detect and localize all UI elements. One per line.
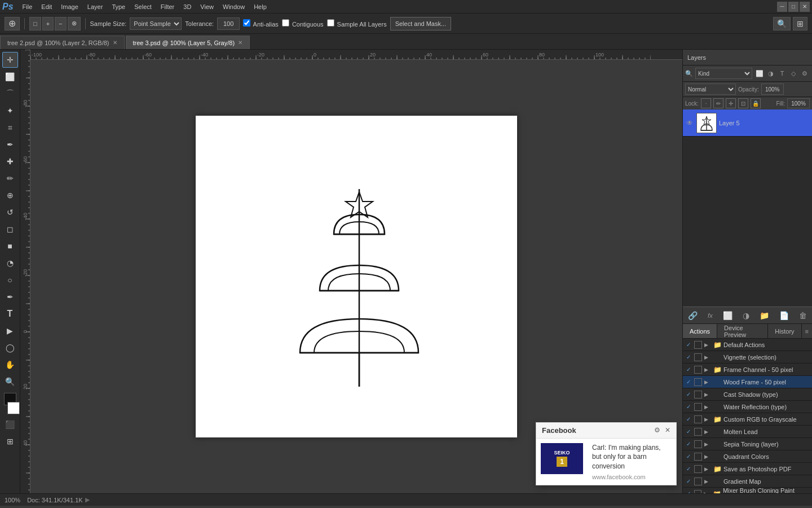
tool-selector[interactable]: ⊕ [5,17,20,30]
workspace-button[interactable]: ⊞ [793,17,807,30]
dodge-tool[interactable]: ○ [2,272,18,288]
select-mask-button[interactable]: Select and Mask... [390,17,452,30]
menu-image[interactable]: Image [56,0,83,14]
sample-all-checkbox[interactable] [327,19,334,27]
opacity-input[interactable]: 100% [761,84,784,95]
selection-tool[interactable]: ⬜ [2,69,18,85]
gradient-tool[interactable]: ■ [2,238,18,254]
menu-layer[interactable]: Layer [83,0,108,14]
menu-select[interactable]: Select [130,0,156,14]
menu-filter[interactable]: Filter [156,0,179,14]
path-selection[interactable]: ▶ [2,323,18,339]
tool-inter[interactable]: ⊗ [68,17,81,30]
hand-tool[interactable]: ✋ [2,357,18,373]
brush-tool[interactable]: ✏ [2,170,18,186]
actions-panel-menu[interactable]: ≡ [802,324,812,338]
facebook-gear-icon[interactable]: ⚙ [654,426,660,434]
action-custom-rgb[interactable]: ✓ ▶ 📁 Custom RGB to Grayscale [683,413,812,426]
quick-mask[interactable]: ⬛ [2,417,18,432]
lock-transparent-btn[interactable]: ⬞ [701,98,711,108]
menu-edit[interactable]: Edit [37,0,56,14]
blur-tool[interactable]: ◔ [2,255,18,271]
facebook-close-icon[interactable]: ✕ [665,426,670,434]
new-layer-btn[interactable]: 📄 [777,309,791,322]
fx-btn[interactable]: fx [705,310,715,321]
tab-device-preview[interactable]: Device Preview [717,324,768,338]
magic-wand-tool[interactable]: ✦ [2,103,18,119]
action-wood-frame[interactable]: ✓ ▶ Wood Frame - 50 pixel [683,376,812,388]
action-quadrant-colors[interactable]: ✓ ▶ Quadrant Colors [683,450,812,463]
menu-window[interactable]: Window [218,0,249,14]
move-tool[interactable]: ✛ [2,52,18,68]
contiguous-checkbox[interactable] [282,19,289,27]
action-mixer-brush[interactable]: ✓ ▶ 📁 Mixer Brush Cloning Paint Setup [683,488,812,493]
menu-view[interactable]: View [196,0,218,14]
action-save-pdf[interactable]: ✓ ▶ 📁 Save as Photoshop PDF [683,463,812,475]
menu-help[interactable]: Help [249,0,271,14]
layer-5-visibility[interactable]: 👁 [685,119,694,127]
shape-tool[interactable]: ◯ [2,340,18,356]
search-button[interactable]: 🔍 [773,17,791,30]
blend-mode-select[interactable]: Normal [685,84,736,95]
action-sepia-toning[interactable]: ✓ ▶ Sepia Toning (layer) [683,438,812,450]
background-color[interactable] [7,402,20,414]
lock-artboard-btn[interactable]: ⊡ [738,98,748,108]
action-gradient-map[interactable]: ✓ ▶ Gradient Map [683,475,812,488]
menu-type[interactable]: Type [107,0,130,14]
crop-tool[interactable]: ⌗ [2,120,18,135]
eyedropper-tool[interactable]: ✒ [2,137,18,152]
sample-size-select[interactable]: Point Sample [130,17,182,30]
action-default-actions[interactable]: ✓ ▶ 📁 Default Actions [683,339,812,351]
tab-tree3-close[interactable]: ✕ [238,40,242,46]
lock-position-btn[interactable]: ✛ [726,98,736,108]
fill-input[interactable]: 100% [787,98,810,108]
link-layers-btn[interactable]: 🔗 [686,309,700,322]
new-group-btn[interactable]: 📁 [757,309,771,322]
expand-arrow[interactable]: ▶ [85,496,90,503]
filter-pixel-btn[interactable]: ⬜ [754,68,765,78]
filter-adjust-btn[interactable]: ◑ [766,68,776,78]
tab-actions[interactable]: Actions [683,324,717,338]
tab-tree3[interactable]: tree 3.psd @ 100% (Layer 5, Gray/8) ✕ [126,36,250,49]
maximize-button[interactable]: □ [788,2,798,12]
type-tool[interactable]: T [2,306,18,322]
arrow-5: ▶ [704,404,711,410]
menu-file[interactable]: File [18,0,37,14]
tool-sub[interactable]: − [55,17,66,30]
lock-pixels-btn[interactable]: ✏ [713,98,723,108]
tab-tree2[interactable]: tree 2.psd @ 100% (Layer 2, RGB/8) ✕ [0,36,125,49]
zoom-tool[interactable]: 🔍 [2,374,18,389]
action-water-reflection[interactable]: ✓ ▶ Water Reflection (type) [683,401,812,413]
tab-history[interactable]: History [768,324,801,338]
eraser-tool[interactable]: ◻ [2,221,18,237]
filter-type-btn[interactable]: T [777,68,787,78]
lasso-tool[interactable]: ⌒ [2,86,18,102]
sample-size-label: Sample Size: [90,20,127,27]
minimize-button[interactable]: ─ [777,2,787,12]
layers-filter-select[interactable]: Kind [695,68,752,79]
layer-item-5[interactable]: 👁 Layer 5 [683,110,812,137]
tool-rect[interactable]: □ [29,17,41,30]
close-button[interactable]: ✕ [800,2,810,12]
menu-3d[interactable]: 3D [179,0,196,14]
add-mask-btn[interactable]: ⬜ [721,309,735,322]
action-vignette[interactable]: ✓ ▶ Vignette (selection) [683,351,812,364]
filter-shape-btn[interactable]: ◇ [788,68,798,78]
clone-tool[interactable]: ⊕ [2,187,18,203]
tolerance-input[interactable]: 100 [217,17,240,30]
tab-tree2-close[interactable]: ✕ [113,40,117,46]
filter-smart-btn[interactable]: ⚙ [800,68,810,78]
action-cast-shadow[interactable]: ✓ ▶ Cast Shadow (type) [683,388,812,401]
screen-mode[interactable]: ⊞ [2,433,18,449]
lock-all-btn[interactable]: 🔒 [751,98,761,108]
tool-add[interactable]: + [42,17,54,30]
action-frame-channel[interactable]: ✓ ▶ 📁 Frame Channel - 50 pixel [683,364,812,376]
action-molten-lead[interactable]: ✓ ▶ Molten Lead [683,426,812,438]
adjustment-btn[interactable]: ◑ [740,309,752,322]
delete-layer-btn[interactable]: 🗑 [797,309,809,322]
anti-alias-checkbox[interactable] [243,19,250,27]
pen-tool[interactable]: ✒ [2,289,18,305]
photoshop-canvas[interactable] [196,116,517,437]
healing-tool[interactable]: ✚ [2,154,18,169]
history-brush[interactable]: ↺ [2,204,18,220]
